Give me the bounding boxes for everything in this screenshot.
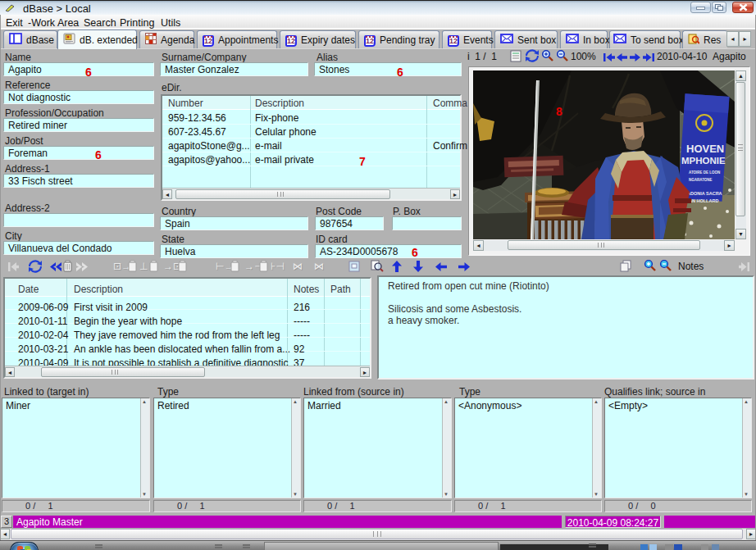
svg-text:AN HOLLARD: AN HOLLARD (689, 198, 718, 203)
svg-text:ADONIA SACRA: ADONIA SACRA (687, 191, 722, 196)
svg-text:MPHONIE: MPHONIE (681, 156, 726, 166)
svg-text:NGARATONE: NGARATONE (689, 178, 713, 182)
svg-text:HOVEN: HOVEN (686, 143, 724, 155)
svg-text:ATOIRE DE LOON: ATOIRE DE LOON (689, 170, 720, 175)
